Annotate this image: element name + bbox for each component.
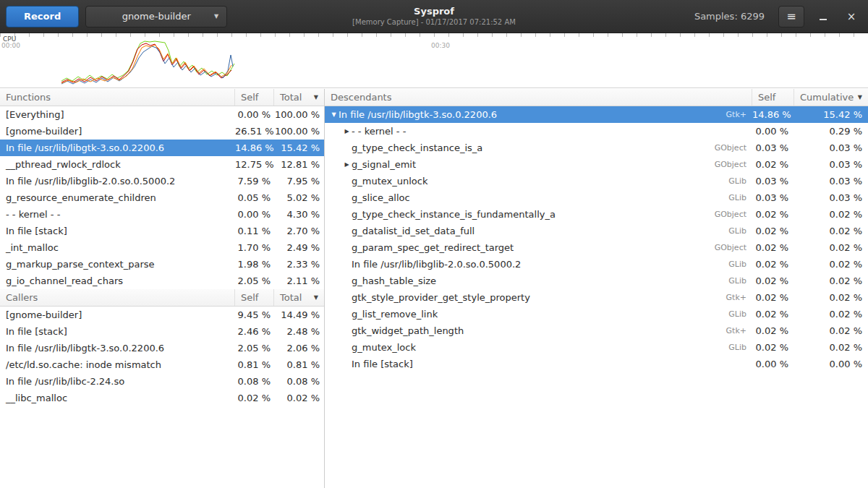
table-row[interactable]: g_hash_table_sizeGLib0.02 %0.02 %	[325, 273, 868, 289]
table-row[interactable]: ▼In file /usr/lib/libgtk-3.so.0.2200.6Gt…	[325, 106, 868, 123]
column-header-self[interactable]: Self	[235, 289, 274, 306]
table-row[interactable]: __pthread_rwlock_rdlock12.75 %12.81 %	[0, 156, 324, 173]
table-row[interactable]: g_param_spec_get_redirect_targetGObject0…	[325, 239, 868, 256]
library-badge: GLib	[721, 260, 752, 269]
function-name-cell: g_io_channel_read_chars	[0, 275, 235, 286]
table-row[interactable]: g_resource_enumerate_children0.05 %5.02 …	[0, 189, 324, 206]
function-name-cell: - - kernel - -	[0, 209, 235, 220]
column-header-self[interactable]: Self	[235, 89, 274, 106]
function-name-cell: ▼In file /usr/lib/libgtk-3.so.0.2200.6Gt…	[325, 106, 752, 123]
function-name: In file /usr/lib/libglib-2.0.so.0.5000.2	[352, 259, 521, 270]
total-percent: 4.30 %	[274, 209, 324, 220]
column-header-total[interactable]: Total ▼	[274, 89, 324, 106]
cumulative-percent: 0.02 %	[794, 275, 868, 286]
table-row[interactable]: In file [stack]0.00 %0.00 %	[325, 356, 868, 372]
self-percent: 26.51 %	[235, 126, 274, 137]
table-row[interactable]: g_type_check_instance_is_aGObject0.03 %0…	[325, 140, 868, 156]
column-header-self[interactable]: Self	[752, 89, 794, 106]
column-header-total[interactable]: Total ▼	[274, 289, 324, 306]
table-row[interactable]: __libc_malloc0.02 %0.02 %	[0, 390, 324, 406]
profile-target-dropdown[interactable]: gnome-builder ▼	[85, 6, 227, 27]
expander-collapsed-icon[interactable]: ▶	[342, 123, 352, 140]
function-name: - - kernel - -	[6, 209, 60, 220]
table-row[interactable]: In file /usr/lib/libgtk-3.so.0.2200.62.0…	[0, 340, 324, 356]
total-percent: 14.49 %	[274, 309, 324, 320]
table-row[interactable]: g_list_remove_linkGLib0.02 %0.02 %	[325, 306, 868, 322]
column-header-cumulative[interactable]: Cumulative ▼	[794, 89, 868, 106]
table-row[interactable]: In file [stack]0.11 %2.70 %	[0, 223, 324, 239]
function-name-cell: gtk_style_provider_get_style_propertyGtk…	[325, 292, 752, 303]
column-header-descendants[interactable]: Descendants	[325, 89, 752, 106]
self-percent: 1.70 %	[235, 242, 274, 253]
table-row[interactable]: [gnome-builder]9.45 %14.49 %	[0, 307, 324, 323]
column-header-functions[interactable]: Functions	[0, 89, 235, 106]
cumulative-percent: 0.03 %	[794, 176, 868, 187]
record-button[interactable]: Record	[6, 6, 79, 27]
table-row[interactable]: In file /usr/lib/libglib-2.0.so.0.5000.2…	[325, 256, 868, 273]
table-row[interactable]: g_datalist_id_set_data_fullGLib0.02 %0.0…	[325, 223, 868, 239]
self-percent: 0.00 %	[235, 109, 274, 120]
table-row[interactable]: g_mutex_unlockGLib0.03 %0.03 %	[325, 173, 868, 189]
minimize-button[interactable]	[814, 7, 833, 26]
function-name-cell: _int_malloc	[0, 242, 235, 253]
table-row[interactable]: _int_malloc1.70 %2.49 %	[0, 239, 324, 256]
table-row[interactable]: - - kernel - -0.00 %4.30 %	[0, 206, 324, 223]
table-row[interactable]: In file [stack]2.46 %2.48 %	[0, 323, 324, 340]
cpu-graph[interactable]: CPU 00:00 00:30	[0, 33, 868, 88]
function-name-cell: In file /usr/lib/libglib-2.0.so.0.5000.2…	[325, 259, 752, 270]
window-title: Sysprof [Memory Capture] - 01/17/2017 07…	[352, 5, 516, 27]
function-name-cell: In file /usr/lib/libgtk-3.so.0.2200.6	[0, 142, 235, 153]
table-row[interactable]: g_type_check_instance_is_fundamentally_a…	[325, 206, 868, 223]
close-button[interactable]: ×	[842, 7, 861, 26]
function-name: In file [stack]	[6, 226, 67, 236]
self-percent: 1.98 %	[235, 259, 274, 270]
expander-expanded-icon[interactable]: ▼	[329, 106, 339, 123]
table-row[interactable]: [Everything]0.00 %100.00 %	[0, 106, 324, 123]
self-percent: 0.03 %	[752, 192, 794, 203]
header-right-controls: Samples: 6299 ≡ ×	[694, 0, 861, 33]
table-row[interactable]: ▶g_signal_emitGObject0.02 %0.03 %	[325, 156, 868, 173]
table-row[interactable]: In file /usr/lib/libgtk-3.so.0.2200.614.…	[0, 140, 324, 156]
functions-table-header: Functions Self Total ▼	[0, 89, 324, 106]
function-name-cell: g_hash_table_sizeGLib	[325, 275, 752, 286]
function-name: [gnome-builder]	[6, 309, 82, 320]
table-row[interactable]: gtk_style_provider_get_style_propertyGtk…	[325, 289, 868, 306]
callers-table-header: Callers Self Total ▼	[0, 289, 324, 307]
library-badge: GLib	[721, 343, 752, 352]
function-name-cell: g_param_spec_get_redirect_targetGObject	[325, 242, 752, 253]
table-row[interactable]: In file /usr/lib/libglib-2.0.so.0.5000.2…	[0, 173, 324, 189]
table-row[interactable]: In file /usr/lib/libc-2.24.so0.08 %0.08 …	[0, 373, 324, 390]
table-row[interactable]: [gnome-builder]26.51 %100.00 %	[0, 123, 324, 140]
column-header-callers[interactable]: Callers	[0, 289, 235, 306]
left-pane: Functions Self Total ▼ [Everything]0.00 …	[0, 89, 325, 488]
table-row[interactable]: g_markup_parse_context_parse1.98 %2.33 %	[0, 256, 324, 273]
self-percent: 0.02 %	[752, 242, 794, 253]
table-row[interactable]: /etc/ld.so.cache: inode mismatch0.81 %0.…	[0, 356, 324, 373]
self-percent: 14.86 %	[235, 142, 274, 153]
table-row[interactable]: ▶- - kernel - -0.00 %0.29 %	[325, 123, 868, 140]
function-name-cell: In file /usr/lib/libgtk-3.so.0.2200.6	[0, 343, 235, 354]
total-percent: 2.70 %	[274, 226, 324, 236]
table-row[interactable]: g_io_channel_read_chars2.05 %2.11 %	[0, 273, 324, 289]
menu-button[interactable]: ≡	[778, 6, 804, 27]
table-row[interactable]: g_slice_allocGLib0.03 %0.03 %	[325, 189, 868, 206]
cumulative-percent: 0.03 %	[794, 142, 868, 153]
function-name-cell: gtk_widget_path_lengthGtk+	[325, 325, 752, 336]
library-badge: GObject	[707, 143, 752, 153]
library-badge: GObject	[707, 243, 752, 252]
self-percent: 0.02 %	[752, 292, 794, 303]
sort-indicator-icon: ▼	[311, 294, 318, 301]
self-percent: 0.11 %	[235, 226, 274, 236]
expander-collapsed-icon[interactable]: ▶	[342, 156, 352, 173]
function-name: gtk_style_provider_get_style_property	[352, 292, 530, 303]
table-row[interactable]: gtk_widget_path_lengthGtk+0.02 %0.02 %	[325, 322, 868, 339]
cumulative-percent: 0.02 %	[794, 309, 868, 320]
total-percent: 2.49 %	[274, 242, 324, 253]
table-row[interactable]: g_mutex_lockGLib0.02 %0.02 %	[325, 339, 868, 356]
column-header-total-label: Total	[280, 292, 302, 303]
self-percent: 2.46 %	[235, 326, 274, 337]
function-name-cell: g_type_check_instance_is_fundamentally_a…	[325, 209, 752, 220]
self-percent: 0.03 %	[752, 142, 794, 153]
cumulative-percent: 0.02 %	[794, 226, 868, 236]
function-name: In file /usr/lib/libc-2.24.so	[6, 376, 124, 387]
